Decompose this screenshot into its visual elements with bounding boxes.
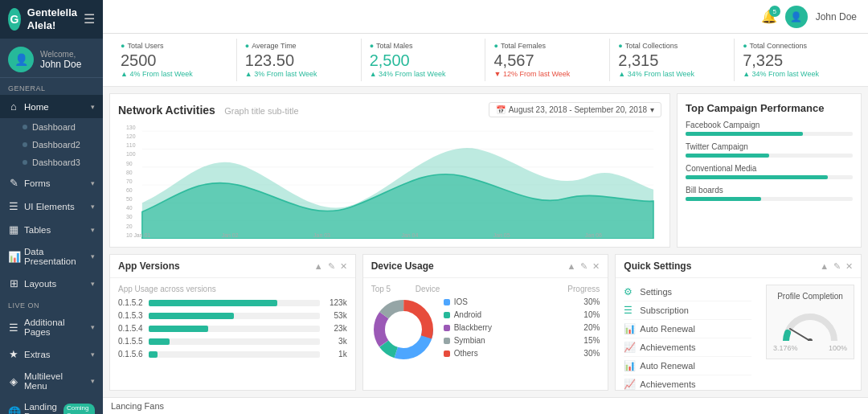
stat-item-3: ●Total Females 4,567 ▼ 12% From last Wee… bbox=[485, 39, 610, 81]
svg-text:70: 70 bbox=[126, 177, 133, 185]
edit-icon[interactable]: ✎ bbox=[328, 261, 335, 272]
col-top5: Top 5 bbox=[371, 285, 416, 293]
qs-label: Settings bbox=[640, 287, 672, 297]
sidebar-item-ui[interactable]: ☰ UI Elements ▾ bbox=[0, 195, 103, 218]
sidebar-item-label: Extras bbox=[24, 350, 86, 359]
chevron-down-icon: ▾ bbox=[91, 280, 95, 288]
sidebar-sub-label: Dashboard3 bbox=[32, 158, 80, 167]
sidebar-item-forms[interactable]: ✎ Forms ▾ bbox=[0, 171, 103, 195]
sidebar-item-dashboard3[interactable]: Dashboard3 bbox=[0, 154, 103, 171]
stats-bar: ●Total Users 2500 ▲ 4% From last Week ●A… bbox=[103, 34, 868, 87]
chevron-up-icon[interactable]: ▲ bbox=[567, 261, 575, 272]
sidebar-item-home[interactable]: ⌂ Home ▾ bbox=[0, 95, 103, 118]
notification-bell[interactable]: 🔔 5 bbox=[761, 9, 777, 24]
chevron-down-icon: ▾ bbox=[91, 203, 95, 211]
qs-item-1[interactable]: ☰ Subscription bbox=[624, 301, 751, 320]
sidebar-item-dashboard[interactable]: Dashboard bbox=[0, 118, 103, 136]
sidebar-item-multilevel[interactable]: ◈ Multilevel Menu ▾ bbox=[0, 366, 103, 396]
home-icon: ⌂ bbox=[8, 100, 19, 113]
device-usage-body: Top 5 Device Progress bbox=[363, 278, 608, 390]
topbar: 🔔 5 👤 John Doe bbox=[103, 0, 868, 34]
qs-label: Achievements bbox=[640, 379, 695, 389]
notification-count: 5 bbox=[769, 6, 780, 17]
topbar-avatar: 👤 bbox=[785, 6, 808, 28]
qs-label: Subscription bbox=[640, 305, 689, 315]
chevron-up-icon[interactable]: ▲ bbox=[820, 261, 829, 272]
profile-completion-box: Profile Completion bbox=[766, 285, 854, 359]
sidebar-item-additional[interactable]: ☰ Additional Pages ▾ bbox=[0, 312, 103, 342]
row1: Network Activities Graph title sub-title… bbox=[109, 93, 862, 248]
donut-chart bbox=[371, 297, 436, 362]
dot-icon bbox=[23, 160, 27, 165]
device-usage-title: Device Usage bbox=[371, 260, 434, 272]
bottom-bar: Lancing Fans bbox=[103, 397, 868, 414]
sidebar-item-extras[interactable]: ★ Extras ▾ bbox=[0, 342, 103, 366]
svg-text:10: 10 bbox=[126, 231, 133, 239]
app-version-subtitle: App Usage across versions bbox=[118, 285, 347, 293]
device-usage-panel: Device Usage ▲ ✎ ✕ Top 5 Device Progress bbox=[362, 254, 609, 391]
av-item-1: 0.1.5.3 53k bbox=[118, 311, 347, 320]
campaign-item-0: Facebook Campaign bbox=[686, 121, 853, 136]
chevron-down-icon: ▾ bbox=[91, 179, 95, 187]
stat-item-5: ●Total Connections 7,325 ▲ 34% From last… bbox=[735, 39, 858, 81]
profile-completion-section: Profile Completion bbox=[760, 278, 861, 390]
sidebar-item-layouts[interactable]: ⊞ Layouts ▾ bbox=[0, 272, 103, 295]
layouts-icon: ⊞ bbox=[8, 277, 19, 289]
svg-text:100: 100 bbox=[126, 150, 136, 158]
qs-item-0[interactable]: ⚙ Settings bbox=[624, 283, 751, 301]
chart-subtitle: Graph title sub-title bbox=[224, 106, 298, 116]
svg-text:Jan 03: Jan 03 bbox=[313, 231, 330, 239]
svg-text:80: 80 bbox=[126, 168, 133, 176]
close-icon[interactable]: ✕ bbox=[340, 261, 347, 272]
pc-max: 100% bbox=[829, 344, 847, 352]
qs-label: Auto Renewal bbox=[640, 361, 695, 371]
chevron-down-icon: ▾ bbox=[91, 377, 95, 385]
av-item-0: 0.1.5.2 123k bbox=[118, 298, 347, 307]
hamburger-icon[interactable]: ☰ bbox=[84, 11, 95, 27]
app-versions-header: App Versions ▲ ✎ ✕ bbox=[110, 255, 355, 278]
sidebar-item-tables[interactable]: ▦ Tables ▾ bbox=[0, 218, 103, 241]
edit-icon[interactable]: ✎ bbox=[580, 261, 588, 272]
qs-item-5[interactable]: 📈 Achievements bbox=[624, 375, 751, 390]
pc-min: 3.176% bbox=[773, 344, 798, 352]
sidebar-item-landing[interactable]: 🌐 Landing Page Coming Soon bbox=[0, 396, 103, 414]
qs-icon: ☰ bbox=[624, 305, 635, 316]
close-icon[interactable]: ✕ bbox=[592, 261, 600, 272]
campaign-item-1: Twitter Campaign bbox=[686, 142, 853, 158]
device-item-0: IOS 30% bbox=[444, 297, 600, 306]
sidebar-item-label: Layouts bbox=[24, 279, 86, 289]
qs-item-3[interactable]: 📈 Achievements bbox=[624, 338, 751, 357]
svg-text:Jan 05: Jan 05 bbox=[493, 231, 510, 239]
topbar-username: John Doe bbox=[816, 11, 857, 23]
avatar: 👤 bbox=[8, 47, 34, 72]
device-item-2: Blackberry 20% bbox=[444, 323, 600, 332]
date-range[interactable]: 📅 August 23, 2018 - September 20, 2018 ▾ bbox=[489, 102, 661, 117]
ui-icon: ☰ bbox=[8, 200, 19, 212]
device-usage-header: Device Usage ▲ ✎ ✕ bbox=[363, 255, 608, 278]
qs-item-2[interactable]: 📊 Auto Renewal bbox=[624, 320, 751, 338]
sidebar-sub-label: Dashboard bbox=[32, 122, 76, 132]
app-title: Gentelella Alela! bbox=[27, 6, 77, 31]
general-section-label: GENERAL bbox=[0, 78, 103, 95]
app-versions-panel: App Versions ▲ ✎ ✕ App Usage across vers… bbox=[109, 254, 356, 391]
svg-point-30 bbox=[386, 312, 421, 347]
chevron-down-icon: ▾ bbox=[91, 252, 95, 260]
sidebar-sub-label: Dashboard2 bbox=[32, 140, 80, 150]
app-versions-title: App Versions bbox=[118, 260, 180, 272]
svg-text:30: 30 bbox=[126, 213, 133, 221]
stat-item-2: ●Total Males 2,500 ▲ 34% From last Week bbox=[362, 39, 486, 81]
chevron-up-icon[interactable]: ▲ bbox=[314, 261, 323, 272]
av-item-4: 0.1.5.6 1k bbox=[118, 350, 347, 359]
svg-text:130: 130 bbox=[126, 124, 136, 132]
additional-icon: ☰ bbox=[8, 322, 19, 334]
col-device: Device bbox=[416, 285, 568, 293]
close-icon[interactable]: ✕ bbox=[845, 261, 853, 272]
sidebar-item-data[interactable]: 📊 Data Presentation ▾ bbox=[0, 241, 103, 272]
stat-item-0: ●Total Users 2500 ▲ 4% From last Week bbox=[113, 39, 237, 81]
sidebar-item-label: Landing Page bbox=[24, 402, 57, 414]
qs-item-4[interactable]: 📊 Auto Renewal bbox=[624, 357, 751, 375]
sidebar-item-dashboard2[interactable]: Dashboard2 bbox=[0, 136, 103, 154]
chevron-down-icon: ▾ bbox=[91, 103, 95, 111]
qs-icon: 📈 bbox=[624, 342, 635, 353]
edit-icon[interactable]: ✎ bbox=[833, 261, 841, 272]
